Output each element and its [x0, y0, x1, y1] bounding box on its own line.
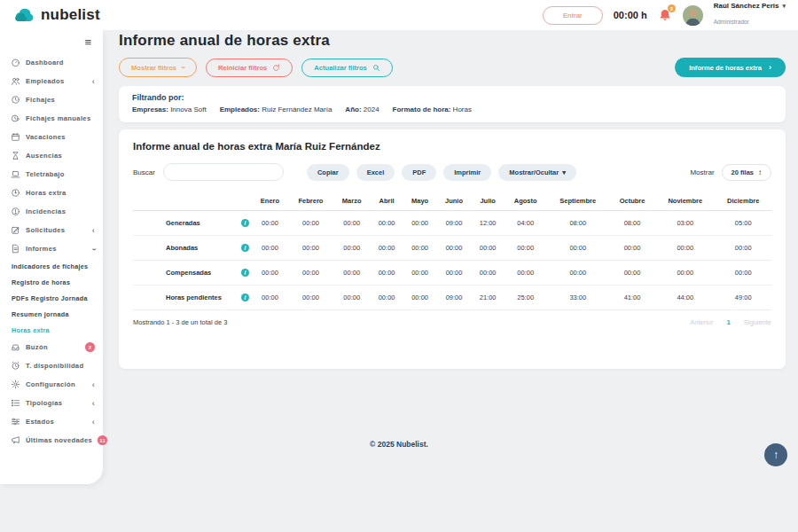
- refresh-icon: [272, 64, 280, 72]
- value-cell: 00:00: [288, 286, 333, 310]
- value-cell: 33:00: [547, 286, 609, 310]
- value-cell: 04:00: [505, 211, 547, 236]
- table-row: Generadasi00:0000:0000:0000:0000:0009:00…: [133, 211, 771, 236]
- value-cell: 00:00: [252, 261, 288, 286]
- filter-label: Empleados:: [220, 106, 262, 113]
- value-cell: 09:00: [437, 211, 472, 236]
- value-cell: 00:00: [333, 286, 371, 310]
- column-header-abril: Abril: [370, 192, 403, 211]
- chevron-down-icon: ▾: [782, 3, 786, 11]
- row-label-cell: Generadasi: [133, 211, 252, 236]
- sidebar-item-label: Dashboard: [26, 59, 64, 66]
- table-row: Abonadasi00:0000:0000:0000:0000:0000:000…: [133, 236, 771, 261]
- row-label: Generadas: [166, 219, 200, 227]
- filter-value: Ruiz Fernández María: [262, 106, 332, 113]
- notifications-bell-icon[interactable]: 3: [658, 8, 672, 22]
- value-cell: 00:00: [437, 261, 472, 286]
- hourglass-icon: [11, 151, 20, 160]
- export-buttons: CopiarExcelPDFImprimir: [307, 164, 491, 181]
- brand-name: nubelist: [41, 6, 100, 24]
- value-cell: 00:00: [547, 261, 609, 286]
- value-cell: 00:00: [288, 211, 333, 236]
- sidebar-item-label: Horas extra: [26, 189, 66, 197]
- clock-icon: [11, 95, 20, 105]
- chevron-down-icon: ›: [179, 66, 188, 69]
- column-header-junio: Junio: [437, 192, 472, 211]
- alert-circle-icon: [11, 207, 20, 216]
- sidebar-item-fichajes[interactable]: Fichajes: [0, 90, 103, 109]
- sidebar-subitem-indicadores-de-fichajes[interactable]: Indicadores de fichajes: [0, 258, 103, 274]
- pagination: Anterior 1 Siguiente: [690, 318, 771, 326]
- sidebar-subitem-registro-de-horas[interactable]: Registro de horas: [0, 274, 103, 290]
- select-arrows-icon: ↕: [758, 168, 762, 176]
- info-icon[interactable]: i: [241, 244, 249, 252]
- value-cell: 00:00: [252, 236, 288, 261]
- sidebar-subitem-horas-extra[interactable]: Horas extra: [0, 322, 103, 338]
- value-cell: 00:00: [370, 286, 403, 310]
- search-input[interactable]: [163, 163, 284, 181]
- sidebar-item-t-disponibilidad[interactable]: T. disponibilidad: [0, 356, 103, 375]
- column-header-octubre: Octubre: [609, 192, 655, 211]
- next-page-button[interactable]: Siguiente: [744, 318, 771, 326]
- sidebar-item-horas-extra[interactable]: Horas extra: [0, 184, 103, 202]
- show-filters-button[interactable]: Mostrar filtros ›: [119, 58, 197, 77]
- value-cell: 41:00: [609, 286, 655, 310]
- main-content: Informe anual de horas extra Mostrar fil…: [103, 30, 798, 532]
- top-bar-right: Entrar 00:00 h 3 Raúl Sánchez Peris: [543, 2, 798, 28]
- sidebar-item-empleados[interactable]: Empleados‹: [0, 72, 103, 90]
- sidebar-nav: DashboardEmpleados‹FichajesFichajes manu…: [0, 53, 103, 450]
- sidebar-item-label: Empleados: [26, 77, 65, 85]
- info-icon[interactable]: i: [241, 269, 249, 277]
- value-cell: 00:00: [472, 261, 505, 286]
- previous-page-button[interactable]: Anterior: [690, 318, 713, 326]
- sidebar-item-incidencias[interactable]: Incidencias: [0, 202, 103, 221]
- cloud-logo-icon: [14, 8, 35, 23]
- value-cell: 00:00: [505, 261, 547, 286]
- sidebar-item-vacaciones[interactable]: Vacaciones: [0, 128, 103, 146]
- info-icon[interactable]: i: [241, 219, 249, 227]
- sidebar-item-fichajes-manuales[interactable]: Fichajes manuales: [0, 109, 103, 128]
- sidebar-item-teletrabajo[interactable]: Teletrabajo: [0, 165, 103, 184]
- update-filters-button[interactable]: Actualizar filtros: [301, 59, 393, 77]
- export-excel-button[interactable]: Excel: [356, 164, 395, 181]
- sidebar-item-label: Buzón: [26, 343, 48, 351]
- page-1-button[interactable]: 1: [727, 318, 731, 326]
- user-avatar[interactable]: [683, 5, 703, 26]
- scroll-to-top-button[interactable]: ↑: [764, 443, 787, 466]
- overtime-report-button[interactable]: Informe de horas extra ›: [675, 58, 786, 77]
- sidebar-item-informes[interactable]: Informes‹: [0, 239, 103, 258]
- arrow-up-icon: ↑: [773, 449, 778, 461]
- reset-filters-button[interactable]: Reiniciar filtros: [206, 59, 293, 77]
- megaphone-icon: [11, 435, 20, 445]
- export-pdf-button[interactable]: PDF: [402, 164, 436, 181]
- toggle-columns-button[interactable]: Mostrar/Ocultar ▾: [498, 164, 576, 181]
- worked-time: 00:00 h: [614, 10, 647, 20]
- column-header-agosto: Agosto: [505, 192, 547, 211]
- info-icon[interactable]: i: [241, 293, 249, 301]
- sidebar-item-solicitudes[interactable]: Solicitudes‹: [0, 221, 103, 239]
- row-label-cell: Horas pendientesi: [133, 286, 252, 310]
- sidebar-item-buzon[interactable]: Buzón2: [0, 338, 103, 356]
- clock-in-button[interactable]: Entrar: [543, 6, 603, 25]
- sidebar-subitem-resumen-jornada[interactable]: Resumen jornada: [0, 306, 103, 322]
- filter-value: 2024: [364, 106, 379, 113]
- sidebar-item-label: Últimas novedades: [26, 436, 92, 444]
- brand-logo[interactable]: nubelist: [14, 6, 100, 24]
- value-cell: 00:00: [333, 261, 371, 286]
- user-menu[interactable]: Raúl Sánchez Peris ▾ Administrador: [714, 2, 786, 28]
- table-footer: Mostrando 1 - 3 de un total de 3 Anterio…: [133, 318, 771, 326]
- export-copiar-button[interactable]: Copiar: [307, 164, 349, 181]
- laptop-icon: [11, 169, 20, 179]
- sidebar-item-configuracion[interactable]: Configuración‹: [0, 375, 103, 394]
- sidebar-item-ultimas-novedades[interactable]: Últimas novedades11: [0, 431, 103, 450]
- rows-per-page-select[interactable]: 20 filas ↕: [722, 164, 771, 181]
- menu-icon[interactable]: ≡: [84, 35, 91, 49]
- value-cell: 21:00: [472, 286, 505, 310]
- gear-icon: [11, 379, 20, 389]
- sidebar-item-dashboard[interactable]: Dashboard: [0, 53, 103, 72]
- sidebar-subitem-pdfs-registro-jornada[interactable]: PDFs Registro Jornada: [0, 290, 103, 306]
- sidebar-item-ausencias[interactable]: Ausencias: [0, 146, 103, 165]
- sidebar-item-tipologias[interactable]: Tipologías‹: [0, 394, 103, 412]
- export-imprimir-button[interactable]: Imprimir: [443, 164, 491, 181]
- sidebar-item-estados[interactable]: Estados‹: [0, 412, 103, 431]
